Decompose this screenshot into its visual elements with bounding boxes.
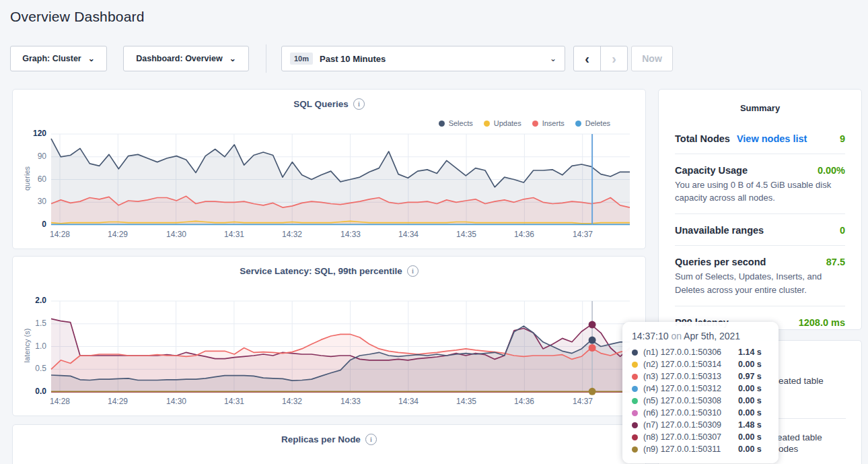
x-tick-label: 14:37 <box>565 397 600 406</box>
node-value: 0.00 s <box>738 432 769 442</box>
node-label: (n3) 127.0.0.1:50313 <box>643 372 721 381</box>
x-tick-label: 14:30 <box>159 397 194 406</box>
info-icon[interactable]: i <box>353 98 365 110</box>
event-fragment: eated table <box>777 432 822 442</box>
tooltip-row: (n5) 127.0.0.1:503080.00 s <box>632 395 769 407</box>
node-label: (n6) 127.0.0.1:50310 <box>643 408 721 418</box>
now-button[interactable]: Now <box>631 46 673 71</box>
graph-dropdown[interactable]: Graph: Cluster ⌄ <box>10 46 107 71</box>
node-label: (n7) 127.0.0.1:50309 <box>643 420 721 430</box>
unavailable-ranges-value: 0 <box>840 225 845 236</box>
x-tick-label: 14:37 <box>565 230 600 239</box>
node-label: (n5) 127.0.0.1:50308 <box>643 396 721 405</box>
node-label: (n9) 127.0.0.1:50311 <box>643 444 721 454</box>
crosshair-dot <box>589 344 596 352</box>
legend-item-label: Updates <box>494 119 521 127</box>
sql-legend: SelectsUpdatesInsertsDeletes <box>439 119 610 127</box>
chevron-down-icon: ⌄ <box>88 55 95 63</box>
prev-button[interactable]: ‹ <box>574 46 601 71</box>
tooltip-row: (n3) 127.0.0.1:503130.97 s <box>632 370 769 383</box>
node-label: (n1) 127.0.0.1:50306 <box>643 347 721 357</box>
node-color-dot <box>632 398 638 404</box>
chevron-down-icon: ⌄ <box>550 55 556 63</box>
summary-body: Total Nodes View nodes list 9 Capacity U… <box>659 123 861 328</box>
legend-item[interactable]: Updates <box>484 119 521 127</box>
graph-dropdown-label: Graph: Cluster <box>22 54 81 63</box>
legend-item-label: Deletes <box>585 119 610 127</box>
node-value: 1.14 s <box>738 347 769 357</box>
tooltip-row: (n2) 127.0.0.1:503140.00 s <box>632 358 769 370</box>
x-tick-label: 14:32 <box>275 230 310 239</box>
tooltip-timestamp: 14:37:10 on Apr 5th, 2021 <box>632 331 769 341</box>
x-tick-label: 14:35 <box>449 397 484 406</box>
legend-dot <box>439 121 445 127</box>
node-value: 0.00 s <box>738 444 769 454</box>
x-tick-label: 14:32 <box>275 397 310 406</box>
x-tick-label: 14:28 <box>42 230 77 239</box>
x-tick-label: 14:33 <box>333 230 368 239</box>
node-color-dot <box>632 386 638 392</box>
node-value: 1.48 s <box>738 420 769 430</box>
tooltip-row: (n8) 127.0.0.1:503070.00 s <box>632 431 769 443</box>
summary-card: Summary Total Nodes View nodes list 9 Ca… <box>658 89 862 330</box>
x-tick-label: 14:30 <box>159 230 194 239</box>
crosshair-dot <box>589 321 596 329</box>
summary-row-unavailable: Unavailable ranges 0 <box>675 214 845 236</box>
x-tick-label: 14:29 <box>100 397 135 406</box>
chart-title: SQL Queries i <box>13 98 645 110</box>
y-axis-label: queries <box>23 148 31 209</box>
x-tick-label: 14:33 <box>333 397 368 406</box>
legend-item[interactable]: Inserts <box>532 119 565 127</box>
qps-value: 87.5 <box>826 257 845 267</box>
node-value: 0.97 s <box>738 372 769 381</box>
time-range-selector[interactable]: 10m Past 10 Minutes ⌄ <box>281 46 565 71</box>
app: Overview Dashboard Graph: Cluster ⌄ Dash… <box>0 0 868 464</box>
crosshair-dot <box>589 388 596 395</box>
x-tick-label: 14:29 <box>100 230 135 239</box>
legend-item-label: Inserts <box>542 119 565 127</box>
chart-title-text: SQL Queries <box>293 99 349 109</box>
view-nodes-link[interactable]: View nodes list <box>737 133 807 144</box>
service-latency-plot[interactable] <box>51 301 630 392</box>
p99-latency-value: 1208.0 ms <box>799 317 845 328</box>
x-tick-label: 14:34 <box>391 397 426 406</box>
qps-desc: Sum of Selects, Updates, Inserts, and De… <box>675 270 845 296</box>
legend-item[interactable]: Deletes <box>575 119 610 127</box>
tooltip-rows: (n1) 127.0.0.1:503061.14 s(n2) 127.0.0.1… <box>632 346 769 455</box>
next-button[interactable]: › <box>601 46 627 71</box>
event-fragment: eated table <box>779 376 824 386</box>
chart-title-text: Service Latency: SQL, 99th percentile <box>240 266 402 276</box>
chart-title: Replicas per Node i <box>13 434 645 445</box>
y-tick-label: 0.0 <box>18 387 46 396</box>
legend-dot <box>575 121 581 127</box>
now-button-label: Now <box>642 53 662 64</box>
y-tick-label: 2.0 <box>18 296 46 305</box>
node-color-dot <box>632 374 638 380</box>
tooltip-row: (n6) 127.0.0.1:503100.00 s <box>632 407 769 419</box>
x-tick-label: 14:31 <box>217 397 252 406</box>
node-value: 0.00 s <box>738 396 769 405</box>
node-color-dot <box>632 350 638 356</box>
info-icon[interactable]: i <box>365 434 377 445</box>
node-label: (n2) 127.0.0.1:50314 <box>643 360 721 369</box>
summary-row-total-nodes: Total Nodes View nodes list 9 <box>675 123 845 144</box>
summary-row-qps: Queries per second 87.5 <box>675 246 845 267</box>
capacity-usage-label: Capacity Usage <box>675 165 748 176</box>
capacity-usage-desc: You are using 0 B of 4.5 GiB usable disk… <box>675 178 845 204</box>
tooltip-row: (n4) 127.0.0.1:503120.00 s <box>632 383 769 395</box>
node-label: (n8) 127.0.0.1:50307 <box>643 432 721 442</box>
legend-dot <box>484 121 490 127</box>
node-value: 0.00 s <box>738 384 769 393</box>
y-tick-label: 0 <box>18 220 46 229</box>
legend-item[interactable]: Selects <box>439 119 473 127</box>
dashboard-dropdown[interactable]: Dashboard: Overview ⌄ <box>123 46 249 71</box>
chart-title-text: Replicas per Node <box>281 434 361 444</box>
prev-icon: ‹ <box>585 51 589 67</box>
x-tick-label: 14:36 <box>507 397 542 406</box>
node-color-dot <box>632 362 638 368</box>
info-icon[interactable]: i <box>407 265 419 277</box>
service-latency-card: Service Latency: SQL, 99th percentile i … <box>12 256 646 416</box>
crosshair-dot <box>589 337 596 344</box>
qps-label: Queries per second <box>675 257 766 267</box>
sql-queries-plot[interactable] <box>51 134 630 225</box>
